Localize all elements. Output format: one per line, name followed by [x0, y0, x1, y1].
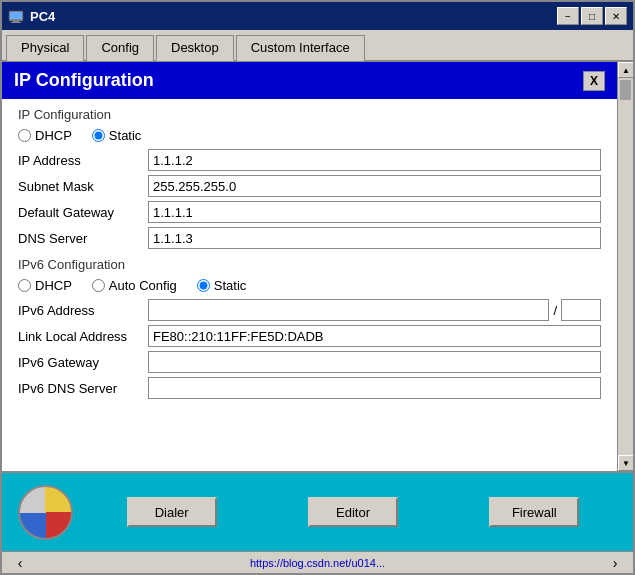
- window-close-button[interactable]: ✕: [605, 7, 627, 25]
- tab-custom-interface[interactable]: Custom Interface: [236, 35, 365, 61]
- ipv4-dhcp-label: DHCP: [35, 128, 72, 143]
- status-left-arrow[interactable]: ‹: [10, 555, 30, 571]
- ipv4-static-radio[interactable]: [92, 129, 105, 142]
- link-local-label: Link Local Address: [18, 329, 148, 344]
- ipv6-dns-label: IPv6 DNS Server: [18, 381, 148, 396]
- ipv6-dns-row: IPv6 DNS Server: [18, 377, 601, 399]
- ipv6-dhcp-label: DHCP: [35, 278, 72, 293]
- dns-server-input[interactable]: [148, 227, 601, 249]
- main-panel: IP Configuration X IP Configuration DHCP…: [2, 62, 617, 471]
- ipv6-static-radio[interactable]: [197, 279, 210, 292]
- ipv6-gateway-input[interactable]: [148, 351, 601, 373]
- ipv6-dhcp-option[interactable]: DHCP: [18, 278, 72, 293]
- scrollbar-right: ▲ ▼: [617, 62, 633, 471]
- link-local-row: Link Local Address: [18, 325, 601, 347]
- scroll-track[interactable]: [618, 78, 633, 455]
- toolbar-pie-icon: [18, 485, 73, 540]
- ip-address-label: IP Address: [18, 153, 148, 168]
- minimize-button[interactable]: −: [557, 7, 579, 25]
- ipv6-address-row: IPv6 Address /: [18, 299, 601, 321]
- ipv6-dns-input[interactable]: [148, 377, 601, 399]
- scroll-down-button[interactable]: ▼: [618, 455, 633, 471]
- status-bar: ‹ https://blog.csdn.net/u014... ›: [2, 551, 633, 573]
- subnet-mask-label: Subnet Mask: [18, 179, 148, 194]
- bottom-toolbar: Dialer Editor Firewall: [2, 471, 633, 551]
- ipv6-auto-config-option[interactable]: Auto Config: [92, 278, 177, 293]
- ipv4-dhcp-option[interactable]: DHCP: [18, 128, 72, 143]
- window-icon: [8, 8, 24, 24]
- ipv6-gateway-row: IPv6 Gateway: [18, 351, 601, 373]
- toolbar-icon-group: [18, 485, 73, 540]
- tab-physical[interactable]: Physical: [6, 35, 84, 61]
- ipv4-dhcp-radio[interactable]: [18, 129, 31, 142]
- firewall-button[interactable]: Firewall: [489, 497, 579, 527]
- ipv6-auto-label: Auto Config: [109, 278, 177, 293]
- ipv6-static-label: Static: [214, 278, 247, 293]
- ip-config-panel: IP Configuration X IP Configuration DHCP…: [2, 62, 617, 399]
- editor-button[interactable]: Editor: [308, 497, 398, 527]
- content-area: IP Configuration X IP Configuration DHCP…: [2, 62, 633, 471]
- ipv6-gateway-label: IPv6 Gateway: [18, 355, 148, 370]
- main-window: PC4 − □ ✕ Physical Config Desktop Custom…: [0, 0, 635, 575]
- ipv6-address-label: IPv6 Address: [18, 303, 148, 318]
- tab-bar: Physical Config Desktop Custom Interface: [2, 30, 633, 62]
- ipv6-address-group: /: [148, 299, 601, 321]
- svg-rect-1: [10, 12, 22, 19]
- title-bar: PC4 − □ ✕: [2, 2, 633, 30]
- dns-server-label: DNS Server: [18, 231, 148, 246]
- panel-header: IP Configuration X: [2, 62, 617, 99]
- svg-rect-3: [11, 22, 21, 23]
- default-gateway-input[interactable]: [148, 201, 601, 223]
- ip-address-input[interactable]: [148, 149, 601, 171]
- toolbar-buttons: Dialer: [89, 497, 254, 527]
- tab-desktop[interactable]: Desktop: [156, 35, 234, 61]
- ipv6-section-label: IPv6 Configuration: [18, 257, 601, 272]
- window-title: PC4: [30, 9, 557, 24]
- ipv4-static-option[interactable]: Static: [92, 128, 142, 143]
- ip-address-row: IP Address: [18, 149, 601, 171]
- status-right-arrow[interactable]: ›: [605, 555, 625, 571]
- default-gateway-label: Default Gateway: [18, 205, 148, 220]
- ipv6-slash: /: [553, 303, 557, 318]
- default-gateway-row: Default Gateway: [18, 201, 601, 223]
- scroll-up-button[interactable]: ▲: [618, 62, 633, 78]
- subnet-mask-row: Subnet Mask: [18, 175, 601, 197]
- dialer-button[interactable]: Dialer: [127, 497, 217, 527]
- toolbar-buttons-2: Editor: [270, 497, 435, 527]
- window-controls: − □ ✕: [557, 7, 627, 25]
- link-local-input[interactable]: [148, 325, 601, 347]
- tab-config[interactable]: Config: [86, 35, 154, 61]
- dns-server-row: DNS Server: [18, 227, 601, 249]
- maximize-button[interactable]: □: [581, 7, 603, 25]
- ipv6-prefix-length-input[interactable]: [561, 299, 601, 321]
- toolbar-buttons-3: Firewall: [452, 497, 617, 527]
- subnet-mask-input[interactable]: [148, 175, 601, 197]
- ipv6-section: IPv6 Configuration DHCP Auto Config: [2, 257, 617, 399]
- status-url: https://blog.csdn.net/u014...: [30, 557, 605, 569]
- ipv4-static-label: Static: [109, 128, 142, 143]
- ipv6-dhcp-radio[interactable]: [18, 279, 31, 292]
- panel-title: IP Configuration: [14, 70, 154, 91]
- ipv6-static-option[interactable]: Static: [197, 278, 247, 293]
- panel-close-button[interactable]: X: [583, 71, 605, 91]
- scroll-thumb[interactable]: [620, 80, 631, 100]
- ipv6-address-input[interactable]: [148, 299, 549, 321]
- ipv4-radio-row: DHCP Static: [18, 128, 601, 143]
- ipv6-auto-radio[interactable]: [92, 279, 105, 292]
- ipv4-section-label: IP Configuration: [18, 107, 601, 122]
- ipv6-radio-row: DHCP Auto Config Static: [18, 278, 601, 293]
